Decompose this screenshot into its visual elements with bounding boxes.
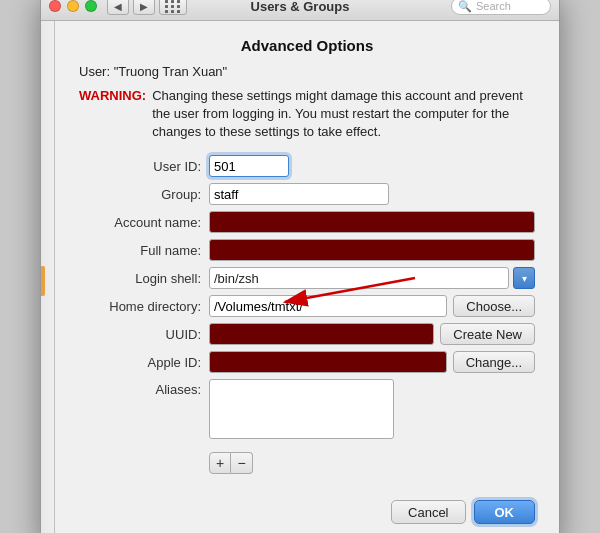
alias-controls: + − [209, 452, 253, 474]
login-shell-dropdown[interactable]: ▾ [513, 267, 535, 289]
home-dir-row: Home directory: Choose... [79, 295, 535, 317]
search-bar[interactable]: 🔍 Search [451, 0, 551, 15]
account-name-row: Account name: [79, 211, 535, 233]
choose-button[interactable]: Choose... [453, 295, 535, 317]
back-button[interactable]: ◀ [107, 0, 129, 15]
login-shell-field: /bin/zsh ▾ [209, 267, 535, 289]
traffic-lights [49, 0, 97, 12]
group-label: Group: [79, 187, 209, 202]
left-sidebar [41, 21, 55, 533]
aliases-field [209, 379, 535, 442]
login-shell-row: Login shell: /bin/zsh ▾ [79, 267, 535, 289]
account-name-input[interactable] [209, 211, 535, 233]
uuid-row: UUID: Create New [79, 323, 535, 345]
window-title: Users & Groups [251, 0, 350, 14]
ok-button[interactable]: OK [474, 500, 536, 524]
apps-button[interactable] [159, 0, 187, 15]
dialog-title: Advanced Options [79, 37, 535, 54]
login-shell-text: /bin/zsh [209, 267, 509, 289]
dialog-footer: Cancel OK [55, 490, 559, 533]
user-label: User: "Truong Tran Xuan" [79, 64, 535, 79]
close-button[interactable] [49, 0, 61, 12]
sidebar-accent [41, 266, 45, 296]
uuid-field: Create New [209, 323, 535, 345]
uuid-label: UUID: [79, 327, 209, 342]
warning-label: WARNING: [79, 87, 146, 142]
main-content: Advanced Options User: "Truong Tran Xuan… [55, 21, 559, 533]
full-name-input[interactable] [209, 239, 535, 261]
group-input[interactable] [209, 183, 389, 205]
group-field [209, 183, 535, 205]
home-dir-field: Choose... [209, 295, 535, 317]
full-name-row: Full name: [79, 239, 535, 261]
aliases-label: Aliases: [79, 379, 209, 397]
user-id-input[interactable] [209, 155, 289, 177]
full-name-label: Full name: [79, 243, 209, 258]
apple-id-row: Apple ID: Change... [79, 351, 535, 373]
aliases-row: Aliases: [79, 379, 535, 442]
apple-id-input[interactable] [209, 351, 447, 373]
titlebar: ◀ ▶ Users & Groups 🔍 Search [41, 0, 559, 21]
change-button[interactable]: Change... [453, 351, 535, 373]
alias-controls-row: + − [79, 448, 535, 474]
add-alias-button[interactable]: + [209, 452, 231, 474]
login-shell-label: Login shell: [79, 271, 209, 286]
dialog-content: Advanced Options User: "Truong Tran Xuan… [55, 21, 559, 491]
warning-box: WARNING: Changing these settings might d… [79, 87, 535, 142]
nav-buttons: ◀ ▶ [107, 0, 155, 15]
minimize-button[interactable] [67, 0, 79, 12]
search-placeholder: Search [476, 0, 511, 12]
group-row: Group: [79, 183, 535, 205]
apps-grid-icon [165, 0, 181, 13]
window-wrapper: Advanced Options User: "Truong Tran Xuan… [41, 21, 559, 533]
account-name-label: Account name: [79, 215, 209, 230]
maximize-button[interactable] [85, 0, 97, 12]
remove-alias-button[interactable]: − [231, 452, 253, 474]
search-icon: 🔍 [458, 0, 472, 13]
forward-button[interactable]: ▶ [133, 0, 155, 15]
aliases-textarea[interactable] [209, 379, 394, 439]
account-name-field [209, 211, 535, 233]
apple-id-label: Apple ID: [79, 355, 209, 370]
full-name-field [209, 239, 535, 261]
apple-id-field: Change... [209, 351, 535, 373]
home-dir-input[interactable] [209, 295, 447, 317]
warning-text: Changing these settings might damage thi… [152, 87, 535, 142]
user-id-field [209, 155, 535, 177]
uuid-input[interactable] [209, 323, 434, 345]
form-rows: User ID: Group: Account na [79, 155, 535, 474]
user-id-row: User ID: [79, 155, 535, 177]
user-id-label: User ID: [79, 159, 209, 174]
cancel-button[interactable]: Cancel [391, 500, 465, 524]
home-dir-label: Home directory: [79, 299, 209, 314]
create-new-button[interactable]: Create New [440, 323, 535, 345]
